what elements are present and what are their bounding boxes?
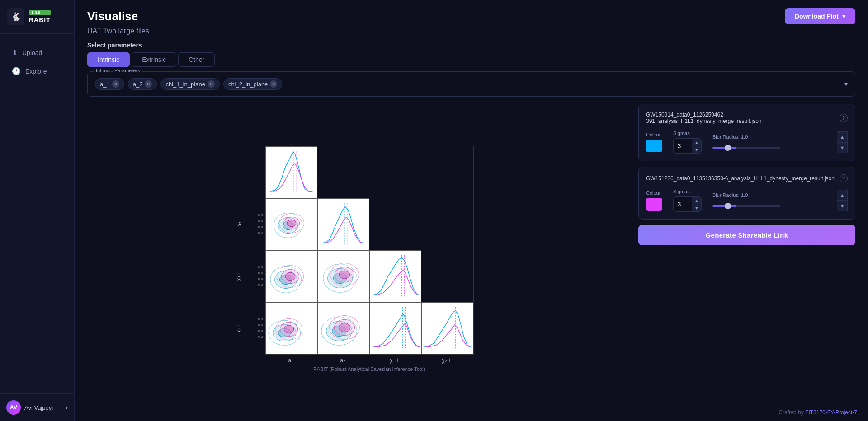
page-title: Visualise	[87, 9, 138, 23]
params-tags-container: a_1 ✕ a_2 ✕ chi_1_in_plane ✕ chi_2_in_pl…	[95, 78, 848, 90]
page-subtitle: UAT Two large files	[75, 24, 868, 35]
footer-credit: Crafted by FIT3170-FY-Project-7	[778, 409, 857, 416]
card-up-1[interactable]: ▲	[837, 131, 848, 142]
remove-a1-button[interactable]: ✕	[112, 80, 119, 88]
plot-cell-r2c2	[317, 198, 369, 250]
param-tag-a2-label: a_2	[133, 81, 143, 88]
tab-intrinsic[interactable]: Intrinsic	[87, 52, 130, 67]
plot-cell-r3c4	[421, 250, 473, 302]
sigmas-input-2[interactable]	[674, 199, 692, 210]
plot-cell-r1c2	[317, 146, 369, 198]
sigmas-input-wrap-1: ▲ ▼	[673, 138, 702, 154]
dataset-2-controls: Colour Sigmas ▲ ▼	[646, 189, 848, 212]
sigmas-up-2[interactable]: ▲	[692, 197, 701, 204]
upload-icon: ⬆	[12, 48, 18, 57]
card-down-2[interactable]: ▼	[837, 201, 848, 211]
svg-point-43	[339, 323, 350, 332]
sigmas-input-1[interactable]	[674, 140, 692, 151]
param-tag-a2: a_2 ✕	[128, 78, 157, 90]
colour-label-1: Colour	[646, 132, 662, 137]
sigmas-label-2: Sigmas	[673, 189, 702, 194]
right-panel: GW150914_data0_1126259462-391_analysis_H…	[638, 104, 855, 414]
user-section[interactable]: AV Avi Vajpeyi ▾	[0, 393, 74, 421]
colour-label-2: Colour	[646, 190, 662, 196]
parameter-tabs: Intrinsic Extrinsic Other	[75, 52, 868, 67]
plot-cell-r1c4	[421, 146, 473, 198]
params-section-label: Intrinsic Parameters	[94, 68, 142, 73]
dataset-1-header: GW150914_data0_1126259462-391_analysis_H…	[646, 112, 848, 124]
remove-chi1-button[interactable]: ✕	[208, 80, 215, 88]
param-tag-chi2-label: chi_2_in_plane	[228, 81, 268, 88]
dataset-2-header: GW151226_data0_1135136350-6_analysis_H1L…	[646, 174, 848, 182]
colour-swatch-1[interactable]	[646, 140, 662, 152]
svg-point-9	[287, 220, 296, 227]
blur-slider-2[interactable]	[712, 205, 780, 207]
download-plot-button[interactable]: Download Plot ▾	[785, 8, 855, 24]
dataset-card-2: GW151226_data0_1135136350-6_analysis_H1L…	[638, 167, 855, 220]
dataset-2-help-icon[interactable]: ?	[840, 174, 848, 182]
blur-label-2: Blur Radius: 1.0	[712, 192, 748, 198]
footer-link[interactable]: FIT3170-FY-Project-7	[805, 409, 857, 416]
plot-cell-r4c4	[421, 302, 473, 354]
plot-footer: RABIT (Robust Analytical Bayesian Infere…	[265, 366, 474, 372]
param-tag-chi1-label: chi_1_in_plane	[165, 81, 205, 88]
params-section: Intrinsic Parameters a_1 ✕ a_2 ✕ chi_1_i…	[87, 71, 855, 97]
plot-cell-r4c1	[265, 302, 317, 354]
svg-point-26	[339, 271, 350, 279]
blur-slider-1[interactable]	[712, 147, 780, 149]
tab-other[interactable]: Other	[178, 52, 215, 67]
corner-plot	[265, 146, 474, 355]
sigmas-down-2[interactable]: ▼	[692, 204, 701, 211]
sigmas-control-2: Sigmas ▲ ▼	[673, 189, 702, 212]
plot-cell-r2c1	[265, 198, 317, 250]
remove-a2-button[interactable]: ✕	[145, 80, 152, 88]
sidebar-item-upload[interactable]: ⬆ Upload	[4, 44, 71, 61]
sigmas-arrows-2: ▲ ▼	[692, 197, 701, 211]
blur-label-1: Blur Radius: 1.0	[712, 134, 748, 140]
generate-link-button[interactable]: Generate Shareable Link	[638, 225, 855, 245]
plot-cell-r3c3	[369, 250, 421, 302]
logo-text: 1.0.0 RABIT	[29, 10, 51, 23]
colour-control-1: Colour	[646, 132, 662, 152]
dataset-1-help-icon[interactable]: ?	[840, 114, 848, 122]
param-tag-a1-label: a_1	[100, 81, 110, 88]
dataset-card-1: GW150914_data0_1126259462-391_analysis_H…	[638, 104, 855, 161]
sigmas-input-wrap-2: ▲ ▼	[673, 196, 702, 212]
blur-control-1: Blur Radius: 1.0	[712, 134, 826, 150]
plot-cell-r1c3	[369, 146, 421, 198]
blur-label-row-2: Blur Radius: 1.0	[712, 192, 826, 198]
remove-chi2-button[interactable]: ✕	[270, 80, 277, 88]
app-name: RABIT	[29, 16, 51, 23]
x-label-a2: a₂	[317, 357, 369, 364]
download-plot-label: Download Plot	[795, 13, 839, 20]
blur-slider-wrap-2	[712, 201, 826, 209]
sidebar: 🐇 1.0.0 RABIT ⬆ Upload 🕐 Explore AV Avi …	[0, 0, 75, 421]
select-params-label: Select parameters	[75, 35, 868, 52]
x-label-chi1: χ₁⊥	[369, 357, 421, 364]
tab-extrinsic[interactable]: Extrinsic	[132, 52, 176, 67]
card-up-2[interactable]: ▲	[837, 190, 848, 201]
sigmas-label-1: Sigmas	[673, 131, 702, 136]
plot-wrapper: a₂ 0.80.60.40.2 χ₁⊥ 0.80.60.40.2	[243, 146, 474, 372]
blur-slider-wrap-1	[712, 142, 826, 150]
dropdown-arrow-icon: ▾	[842, 13, 845, 20]
colour-swatch-2[interactable]	[646, 198, 662, 210]
version-badge: 1.0.0	[29, 10, 51, 15]
param-tag-chi1: chi_1_in_plane ✕	[160, 78, 219, 90]
card-arrows-2: ▲ ▼	[837, 190, 848, 211]
dataset-1-name: GW150914_data0_1126259462-391_analysis_H…	[646, 112, 836, 124]
params-dropdown-icon[interactable]: ▾	[844, 80, 848, 88]
topbar: Visualise Download Plot ▾	[75, 0, 868, 24]
sigmas-control-1: Sigmas ▲ ▼	[673, 131, 702, 154]
logo-icon: 🐇	[7, 8, 24, 25]
chevron-down-icon: ▾	[66, 405, 68, 410]
x-label-a1: a₁	[265, 357, 317, 364]
plot-area: a₂ 0.80.60.40.2 χ₁⊥ 0.80.60.40.2	[87, 104, 629, 414]
sidebar-item-explore[interactable]: 🕐 Explore	[4, 62, 71, 80]
card-down-1[interactable]: ▼	[837, 142, 848, 153]
sigmas-up-1[interactable]: ▲	[692, 139, 701, 146]
sigmas-arrows-1: ▲ ▼	[692, 139, 701, 153]
footer-text: Crafted by	[778, 409, 803, 416]
sigmas-down-1[interactable]: ▼	[692, 146, 701, 153]
sidebar-label-explore: Explore	[25, 68, 47, 75]
